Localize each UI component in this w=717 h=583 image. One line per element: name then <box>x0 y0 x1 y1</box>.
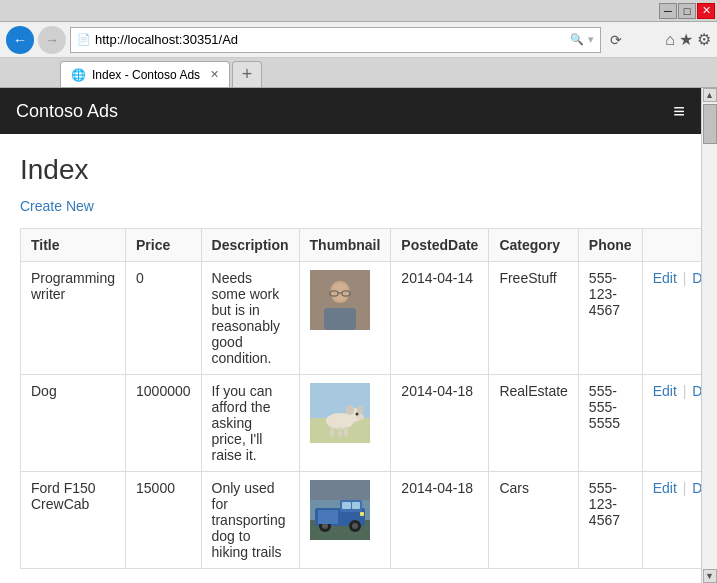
ads-table: Title Price Description Thumbnail Posted… <box>20 228 701 569</box>
back-button[interactable]: ← <box>6 26 34 54</box>
edit-link-2[interactable]: Edit <box>653 480 677 496</box>
address-bar[interactable]: 📄 http://localhost:30351/Ad 🔍 ▾ <box>70 27 601 53</box>
table-row: Ford F150 CrewCab 15000 Only used for tr… <box>21 472 702 569</box>
settings-button[interactable]: ⚙ <box>697 30 711 49</box>
search-icon: 🔍 <box>570 33 584 46</box>
cell-price: 15000 <box>126 472 202 569</box>
browser-titlebar: ─ □ ✕ <box>0 0 717 22</box>
maximize-button[interactable]: □ <box>678 3 696 19</box>
cell-title: Dog <box>21 375 126 472</box>
address-sep: ▾ <box>588 33 594 46</box>
col-phone: Phone <box>578 229 642 262</box>
cell-phone: 555-123-4567 <box>578 472 642 569</box>
col-posted-date: PostedDate <box>391 229 489 262</box>
active-tab[interactable]: 🌐 Index - Contoso Ads ✕ <box>60 61 230 87</box>
svg-point-12 <box>346 405 354 415</box>
scrollbar-track: ▲ ▼ <box>701 88 717 583</box>
cell-category: FreeStuff <box>489 262 578 375</box>
scrollbar-thumb[interactable] <box>703 104 717 144</box>
address-icon: 📄 <box>77 33 91 46</box>
edit-link-1[interactable]: Edit <box>653 383 677 399</box>
svg-rect-24 <box>342 502 351 509</box>
cell-thumbnail <box>299 472 391 569</box>
cell-description: If you can afford the asking price, I'll… <box>201 375 299 472</box>
forward-button[interactable]: → <box>38 26 66 54</box>
svg-point-15 <box>355 413 358 416</box>
browser-body: Contoso Ads ≡ Index Create New Title Pri… <box>0 88 717 583</box>
cell-posted-date: 2014-04-18 <box>391 375 489 472</box>
tabs-bar: 🌐 Index - Contoso Ads ✕ + <box>0 58 717 88</box>
cell-thumbnail <box>299 375 391 472</box>
menu-icon[interactable]: ≡ <box>673 100 685 123</box>
browser-toolbar: ← → 📄 http://localhost:30351/Ad 🔍 ▾ ⟳ ⌂ … <box>0 22 717 58</box>
details-link-1[interactable]: Details <box>692 383 701 399</box>
svg-rect-25 <box>352 502 360 509</box>
svg-rect-2 <box>324 308 356 330</box>
svg-point-29 <box>352 523 358 529</box>
col-category: Category <box>489 229 578 262</box>
page-content: Contoso Ads ≡ Index Create New Title Pri… <box>0 88 701 583</box>
thumbnail-image <box>310 480 370 540</box>
edit-link-0[interactable]: Edit <box>653 270 677 286</box>
thumbnail-image <box>310 270 370 330</box>
refresh-button[interactable]: ⟳ <box>605 29 627 51</box>
cell-posted-date: 2014-04-14 <box>391 262 489 375</box>
thumbnail-svg <box>310 383 370 443</box>
page-heading: Index <box>20 154 681 186</box>
minimize-button[interactable]: ─ <box>659 3 677 19</box>
sep: | <box>683 270 691 286</box>
scroll-up-button[interactable]: ▲ <box>703 88 717 102</box>
close-button[interactable]: ✕ <box>697 3 715 19</box>
details-link-0[interactable]: Details <box>692 270 701 286</box>
cell-actions: Edit | Details | Delete <box>642 472 701 569</box>
new-tab-button[interactable]: + <box>232 61 262 87</box>
tab-close-button[interactable]: ✕ <box>210 68 219 81</box>
tab-favicon: 🌐 <box>71 68 86 82</box>
col-title: Title <box>21 229 126 262</box>
cell-phone: 555-123-4567 <box>578 262 642 375</box>
cell-price: 1000000 <box>126 375 202 472</box>
col-description: Description <box>201 229 299 262</box>
sep: | <box>683 383 691 399</box>
table-row: Dog 1000000 If you can afford the asking… <box>21 375 702 472</box>
svg-point-13 <box>357 406 363 414</box>
favorites-button[interactable]: ★ <box>679 30 693 49</box>
col-actions <box>642 229 701 262</box>
thumbnail-svg <box>310 270 370 330</box>
col-thumbnail: Thumbnail <box>299 229 391 262</box>
scroll-down-button[interactable]: ▼ <box>703 569 717 583</box>
home-button[interactable]: ⌂ <box>665 31 675 49</box>
cell-description: Only used for transporting dog to hiking… <box>201 472 299 569</box>
thumbnail-image <box>310 383 370 443</box>
cell-category: Cars <box>489 472 578 569</box>
app-title: Contoso Ads <box>16 101 118 122</box>
cell-price: 0 <box>126 262 202 375</box>
col-price: Price <box>126 229 202 262</box>
svg-rect-18 <box>344 427 348 437</box>
table-header-row: Title Price Description Thumbnail Posted… <box>21 229 702 262</box>
cell-phone: 555-555-5555 <box>578 375 642 472</box>
cell-title: Programming writer <box>21 262 126 375</box>
address-text: http://localhost:30351/Ad <box>95 32 566 47</box>
cell-title: Ford F150 CrewCab <box>21 472 126 569</box>
app-header: Contoso Ads ≡ <box>0 88 701 134</box>
create-new-link[interactable]: Create New <box>20 198 94 214</box>
cell-actions: Edit | Details | Delete <box>642 375 701 472</box>
svg-rect-31 <box>360 512 364 516</box>
table-row: Programming writer 0 Needs some work but… <box>21 262 702 375</box>
svg-point-3 <box>332 283 348 301</box>
cell-description: Needs some work but is in reasonably goo… <box>201 262 299 375</box>
sep: | <box>683 480 691 496</box>
app-main: Index Create New Title Price Description… <box>0 134 701 583</box>
tab-label: Index - Contoso Ads <box>92 68 200 82</box>
svg-rect-17 <box>338 427 342 437</box>
details-link-2[interactable]: Details <box>692 480 701 496</box>
cell-actions: Edit | Details | Delete <box>642 262 701 375</box>
cell-thumbnail <box>299 262 391 375</box>
svg-rect-16 <box>330 427 334 437</box>
thumbnail-svg <box>310 480 370 540</box>
cell-posted-date: 2014-04-18 <box>391 472 489 569</box>
svg-rect-30 <box>318 510 338 524</box>
cell-category: RealEstate <box>489 375 578 472</box>
